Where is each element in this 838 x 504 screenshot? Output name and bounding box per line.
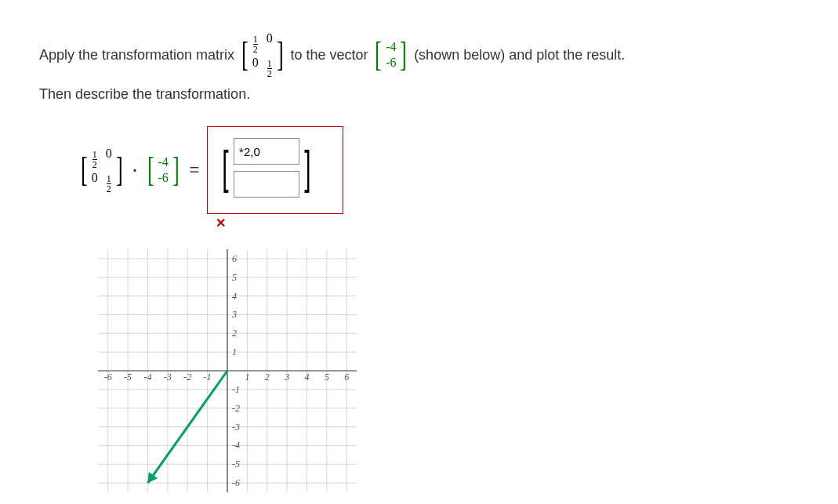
question-line-2: Then describe the transformation. — [39, 86, 799, 103]
svg-text:-6: -6 — [104, 372, 112, 383]
svg-text:2: 2 — [232, 328, 237, 339]
eq-vector: [ -4 -6 ] — [145, 153, 182, 187]
svg-text:-4: -4 — [232, 440, 240, 451]
question-part2: to the vector — [290, 47, 368, 63]
svg-marker-53 — [147, 472, 158, 483]
transform-matrix: [ 12 0 0 12 ] — [239, 31, 285, 78]
svg-text:4: 4 — [232, 291, 237, 302]
coordinate-graph[interactable]: -6-5-4-3-2-1123456-6-5-4-3-2-1123456 — [86, 237, 368, 504]
svg-text:1: 1 — [245, 372, 249, 383]
svg-text:5: 5 — [325, 372, 329, 383]
svg-text:-5: -5 — [124, 372, 132, 383]
svg-text:-5: -5 — [232, 459, 240, 470]
eq-matrix-a: [ 12 0 0 12 ] — [78, 147, 125, 194]
svg-text:-3: -3 — [232, 422, 240, 433]
question-part3: (shown below) and plot the result. — [414, 47, 625, 63]
equation-row: [ 12 0 0 12 ] · [ -4 -6 ] = [ ] ✕ — [78, 126, 799, 214]
wrong-icon: ✕ — [216, 216, 226, 230]
svg-text:-1: -1 — [232, 384, 240, 395]
result-box: [ ] ✕ — [207, 126, 343, 214]
svg-text:-1: -1 — [204, 372, 212, 383]
svg-text:6: 6 — [344, 372, 349, 383]
svg-text:5: 5 — [232, 272, 237, 283]
svg-text:3: 3 — [231, 309, 237, 320]
svg-text:6: 6 — [232, 253, 237, 264]
svg-text:-3: -3 — [164, 372, 172, 383]
dot-operator: · — [132, 161, 137, 179]
svg-text:2: 2 — [265, 372, 270, 383]
equals-sign: = — [190, 160, 200, 180]
input-vector: [ -4 -6 ] — [372, 38, 409, 72]
svg-text:4: 4 — [305, 372, 310, 383]
result-input-2[interactable] — [234, 171, 299, 198]
question-part1: Apply the transformation matrix — [39, 47, 234, 63]
svg-text:-2: -2 — [183, 372, 191, 383]
result-input-1[interactable] — [234, 138, 299, 165]
svg-text:-4: -4 — [143, 372, 151, 383]
svg-text:3: 3 — [284, 372, 289, 383]
question-line-1: Apply the transformation matrix [ 12 0 0… — [39, 31, 799, 78]
svg-text:-2: -2 — [232, 403, 240, 414]
svg-text:1: 1 — [232, 346, 237, 357]
svg-text:-6: -6 — [232, 477, 240, 488]
